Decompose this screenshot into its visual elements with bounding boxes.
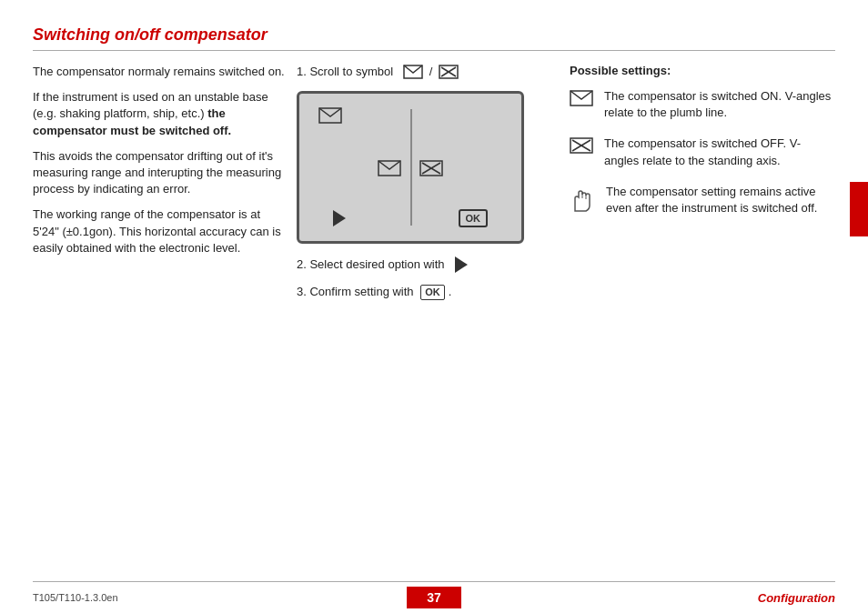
step2-text: 2. Select desired option with xyxy=(297,256,445,273)
content-columns: The compensator normaly remains switched… xyxy=(33,64,835,312)
envelope-icon-step1 xyxy=(403,65,423,79)
screen-xbox-mid xyxy=(419,160,443,176)
setting-item-3: The compensator setting remains active e… xyxy=(570,184,835,216)
footer-right: Configuration xyxy=(758,591,835,605)
right-column: Possible settings: The compensator is sw… xyxy=(560,64,835,312)
step3-line: 3. Confirm setting with OK . xyxy=(297,284,542,300)
screen-envelope-mid xyxy=(378,160,401,176)
setting-icon-3 xyxy=(570,186,595,216)
screen-envelope-top xyxy=(318,107,342,124)
step1-sep: / xyxy=(429,64,433,80)
setting-icon-1 xyxy=(570,90,593,109)
red-tab xyxy=(850,182,868,236)
screen-divider xyxy=(410,109,412,226)
setting-item-2: The compensator is switched OFF. V-angle… xyxy=(570,136,835,168)
possible-settings-title: Possible settings: xyxy=(570,64,835,77)
footer-center: 37 xyxy=(407,587,461,608)
setting-text-3: The compensator setting remains active e… xyxy=(606,184,835,216)
step1-line: 1. Scroll to symbol / xyxy=(297,64,542,80)
left-column: The compensator normaly remains switched… xyxy=(33,64,297,312)
step2-line: 2. Select desired option with xyxy=(297,256,542,273)
para1: The compensator normaly remains switched… xyxy=(33,64,288,80)
play-icon xyxy=(333,210,346,226)
ok-button-screen: OK xyxy=(459,209,489,227)
ok-btn-inline: OK xyxy=(420,285,445,300)
step1-text: 1. Scroll to symbol xyxy=(297,64,393,80)
mid-column: 1. Scroll to symbol / xyxy=(297,64,560,312)
para2: If the instrument is used on an unstable… xyxy=(33,89,288,139)
title-rule xyxy=(33,50,835,51)
footer: T105/T110-1.3.0en 37 Configuration xyxy=(0,582,868,613)
play-icon-step2 xyxy=(455,256,468,273)
step3-prefix: 3. Confirm setting with xyxy=(297,284,414,300)
setting-item-1: The compensator is switched ON. V-angles… xyxy=(570,88,835,121)
hand-icon-setting3 xyxy=(570,186,595,213)
para4: The working range of the compensator is … xyxy=(33,206,288,256)
step3-suffix: . xyxy=(449,284,452,300)
page-title: Switching on/off compensator xyxy=(33,25,835,45)
para3: This avoids the compensator drifting out… xyxy=(33,148,288,198)
page-container: Switching on/off compensator The compens… xyxy=(0,0,868,613)
screen-mockup: OK xyxy=(297,91,524,244)
setting-icon-2 xyxy=(570,137,593,156)
xbox-icon-setting2 xyxy=(570,137,593,154)
footer-left: T105/T110-1.3.0en xyxy=(33,592,118,603)
xbox-icon-step1 xyxy=(439,65,459,79)
setting-text-1: The compensator is switched ON. V-angles… xyxy=(604,88,835,121)
setting-text-2: The compensator is switched OFF. V-angle… xyxy=(604,136,835,168)
envelope-icon-setting1 xyxy=(570,90,593,106)
screen-inner: OK xyxy=(306,100,515,235)
